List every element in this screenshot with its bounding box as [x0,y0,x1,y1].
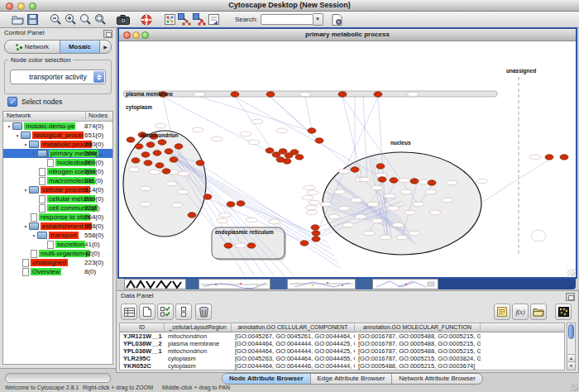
tree-row[interactable]: ▼metabolic process280(0) [3,140,112,149]
node-label-pill[interactable] [177,189,189,194]
table-row[interactable]: YPL036W__1mitochondrion[GO:0044464, GO:0… [120,347,564,355]
node-label-pill[interactable] [388,206,400,211]
gene-node[interactable] [237,201,245,206]
node-label-pill[interactable] [429,210,441,215]
node-label-pill[interactable] [425,189,437,194]
gene-node[interactable] [312,237,320,241]
canvas-resize-grip[interactable] [567,269,575,276]
node-color-combo[interactable]: transporter activity [10,69,106,84]
table-scrollbar[interactable]: ▲ ▼ [567,323,576,370]
gene-node[interactable] [378,177,386,182]
node-label-pill[interactable] [165,181,177,186]
gene-node[interactable] [351,167,359,172]
tree-expand-icon[interactable]: ▼ [31,151,37,156]
gene-node[interactable] [127,137,135,142]
notes-icon[interactable] [494,304,510,320]
background-frame-3[interactable] [287,279,356,289]
edge[interactable] [481,160,549,203]
node-label-pill[interactable] [307,190,318,195]
gene-node[interactable] [428,180,436,185]
node-label-pill[interactable] [367,202,379,207]
tab-overflow-arrow[interactable]: ▶ [99,41,111,53]
gene-node[interactable] [156,163,164,168]
zoom-in-icon[interactable] [63,13,78,26]
node-label-pill[interactable] [211,136,223,141]
node-label-pill[interactable] [529,155,541,160]
scroll-down-icon[interactable]: ▼ [567,361,575,370]
zoom-selected-icon[interactable] [93,13,108,26]
gene-node[interactable] [196,160,204,165]
tree-row[interactable]: cellular metabo209(0) [3,194,112,203]
combo-stepper-icon[interactable] [93,71,104,83]
frame-titlebar[interactable]: primary metabolic process [119,29,576,41]
zoom-reset-icon[interactable] [78,13,93,26]
gene-node[interactable] [158,140,166,145]
column-header[interactable]: annotation.GO MOLECULAR_FUNCTION [355,323,481,332]
float-panel-icon[interactable] [103,30,112,38]
gene-node[interactable] [227,202,235,207]
node-label-pill[interactable] [328,214,340,219]
node-label-pill[interactable] [302,195,313,200]
network-canvas[interactable]: plasma membranecytoplasmmitochondrionnuc… [119,41,576,277]
node-label-pill[interactable] [240,131,251,136]
background-frame-1[interactable] [124,279,186,289]
tree-expand-icon[interactable]: ▼ [22,188,29,193]
node-label-pill[interactable] [338,169,350,174]
tree-row[interactable]: macromolecule311(0) [3,176,112,185]
gene-node[interactable] [545,155,553,160]
node-label-pill[interactable] [359,177,371,182]
new-attribute-icon[interactable] [139,304,156,320]
node-label-pill[interactable] [407,92,419,97]
node-label-pill[interactable] [396,235,408,240]
background-frame-4[interactable] [372,279,438,289]
gene-node[interactable] [410,179,419,184]
gene-node[interactable] [165,149,173,154]
new-network-icon-2[interactable] [192,13,207,26]
gene-node[interactable] [390,178,398,183]
node-label-pill[interactable] [217,218,228,223]
search-input[interactable] [261,14,313,25]
node-label-pill[interactable] [380,235,391,240]
gene-node[interactable] [146,142,155,147]
gene-node[interactable] [312,231,320,236]
tree-row[interactable]: unassigned223(0) [3,258,112,267]
node-label-pill[interactable] [371,185,383,190]
select-nodes-checkbox[interactable]: ✓ [7,97,17,107]
open-folder-icon[interactable] [10,13,25,26]
gene-node[interactable] [374,92,382,97]
gene-node[interactable] [231,92,239,97]
gene-node[interactable] [144,160,152,165]
scrollbar-thumb[interactable] [568,324,574,339]
node-label-pill[interactable] [219,213,231,218]
node-label-pill[interactable] [442,198,453,203]
gene-node[interactable] [247,243,256,248]
node-label-pill[interactable] [384,194,395,198]
gene-node[interactable] [376,164,385,169]
save-icon[interactable] [25,13,40,26]
node-label-pill[interactable] [269,219,280,224]
node-label-pill[interactable] [446,180,457,185]
table-row[interactable]: YLR295Ccytoplasm[GO:0045263, GO:0044464,… [120,355,564,362]
attribute-table-header[interactable]: ID_cellularLayoutRegionannotation.GO CEL… [120,323,564,332]
attribute-table[interactable]: ID_cellularLayoutRegionannotation.GO CEL… [119,323,565,370]
tree-expand-icon[interactable]: ▼ [6,124,12,129]
tree-expand-icon[interactable]: ▼ [14,133,21,138]
gene-node[interactable] [295,155,304,160]
node-label-pill[interactable] [246,218,257,222]
tab-network-attribute-browser[interactable]: Network Attribute Browser [391,374,481,384]
node-label-pill[interactable] [192,127,203,132]
node-label-pill[interactable] [399,178,410,183]
tab-edge-attribute-browser[interactable]: Edge Attribute Browser [310,374,392,384]
network-palette-icon[interactable] [162,13,177,26]
node-label-pill[interactable] [309,200,320,205]
node-label-pill[interactable] [304,185,315,190]
tab-mosaic[interactable]: Mosaic [60,41,99,53]
gene-node[interactable] [153,151,161,155]
table-row[interactable]: YPL036W__2plasma membrane[GO:0044464, GO… [120,340,564,347]
column-header[interactable]: _cellularLayoutRegion [165,323,232,332]
gene-node[interactable] [279,149,287,154]
tree-row[interactable]: nitrogen compo209(0) [3,167,112,176]
node-label-pill[interactable] [400,189,412,194]
node-label-pill[interactable] [306,210,318,215]
gene-node[interactable] [311,225,319,230]
